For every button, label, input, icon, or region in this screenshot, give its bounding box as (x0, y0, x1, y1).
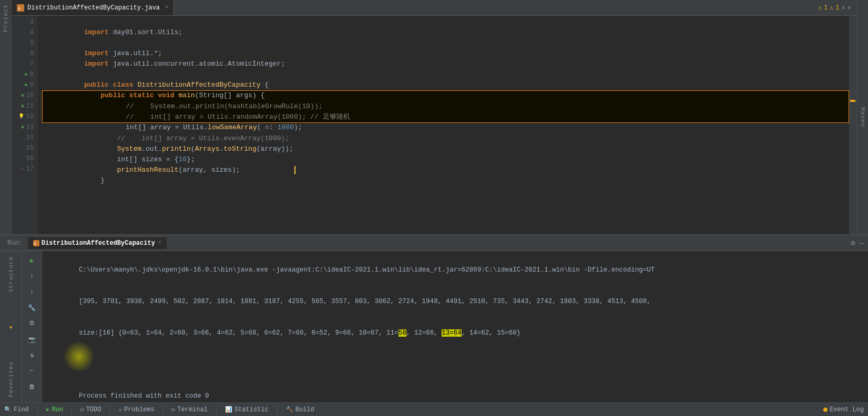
status-build[interactable]: 🔨 Build (286, 406, 314, 413)
status-problems[interactable]: ⚠ Problems (118, 406, 154, 413)
output-array-text: [395, 3701, 3938, 2499, 502, 2887, 1814,… (79, 298, 651, 305)
favorites-star[interactable]: ★ (9, 323, 13, 331)
bottom-panel: Run: J DistributionAffectedByCapacity × … (0, 234, 868, 402)
bottom-tab-run-active[interactable]: J DistributionAffectedByCapacity × (28, 237, 167, 249)
statistic-label: Statistic (234, 406, 269, 413)
run-prefix-label: Run: (4, 240, 26, 247)
status-run[interactable]: ▶ Run (46, 406, 63, 413)
line-num-11: ◉11 (21, 101, 34, 111)
warning-count: 1 (824, 4, 828, 12)
status-bar: 🔍 Find ▶ Run ☑ TODO ⚠ Problems ▷ Termina… (0, 402, 868, 416)
orange-box-group: // System.out.println(hashtableGrowRule(… (42, 90, 849, 123)
code-line-5: import java.util.*; (43, 38, 849, 48)
status-find[interactable]: 🔍 Find (4, 406, 29, 413)
output-highlight-58: 58 (399, 329, 406, 337)
nav-down-icon[interactable]: ∨ (847, 4, 851, 12)
code-line-4 (43, 27, 849, 38)
problems-label: Problems (124, 406, 155, 413)
code-line-10: // System.out.println(hashtableGrowRule(… (44, 91, 849, 101)
cursor-highlight-circle (63, 341, 95, 372)
status-divider-3 (109, 405, 110, 414)
back-button[interactable]: ← (26, 365, 38, 377)
camera-button[interactable]: 📷 (26, 333, 38, 346)
trash-button[interactable]: 🗑 (26, 380, 38, 393)
active-tab-filename: DistributionAffectedByCapacity.java (27, 4, 160, 12)
favorites-label[interactable]: Favorites (8, 359, 14, 399)
run-play-button[interactable]: ▶ (26, 254, 38, 267)
project-label[interactable]: Project (3, 4, 9, 32)
code-area: 3 4 5 6 7 ▶ 8 ▶ 9 ◉10 ◉11 💡 12 (12, 16, 856, 234)
event-dot (823, 408, 828, 412)
output-size-line: size:[16] {0=63, 1=64, 2=60, 3=66, 4=62,… (47, 317, 863, 370)
status-terminal[interactable]: ▷ Terminal (172, 406, 208, 413)
output-size-suffix: , 14=62, 15=60} (462, 329, 521, 337)
tab-close-button[interactable]: × (165, 5, 168, 11)
status-divider-6 (277, 405, 278, 414)
bottom-combined-left: Structure ★ Favorites (0, 251, 22, 402)
line-num-6: 6 (23, 48, 34, 59)
maven-label: Maven (860, 107, 866, 127)
structure-label[interactable]: Structure (8, 254, 14, 294)
sort-button[interactable]: ⇅ (26, 349, 38, 361)
bottom-panel-settings: ⚙ — (851, 238, 864, 247)
error-triangle-icon: ⚠ (830, 4, 833, 12)
warning-triangle-icon: ⚠ (818, 4, 822, 12)
output-finished-text: Process finished with exit code 0 (79, 392, 209, 400)
event-log-label: Event Log (830, 406, 864, 413)
event-log[interactable]: Event Log (823, 406, 864, 413)
run-gutter-icon-8[interactable]: ▶ (25, 69, 27, 80)
todo-icon: ☑ (80, 406, 84, 413)
terminal-label: Terminal (177, 406, 208, 413)
find-label: Find (14, 406, 29, 413)
status-todo[interactable]: ☑ TODO (80, 406, 101, 413)
status-statistic[interactable]: 📊 Statistic (225, 406, 269, 413)
line-numbers: 3 4 5 6 7 ▶ 8 ▶ 9 ◉10 ◉11 💡 12 (12, 16, 38, 234)
line-num-16: 16 (23, 153, 34, 164)
editor-content: J DistributionAffectedByCapacity.java × … (12, 0, 856, 234)
bottom-run-area: Structure ★ Favorites ▶ ↑ ↓ 🔧 ≡ 📷 ⇅ ← 🗑 … (0, 251, 868, 402)
minimize-icon[interactable]: — (860, 239, 864, 247)
run-tab-icon: J (33, 240, 39, 246)
code-line-15: int[] sizes = {16}; (43, 144, 849, 154)
maven-gutter[interactable]: Maven (856, 0, 868, 234)
code-line-17: } (43, 165, 849, 175)
status-divider-5 (216, 405, 217, 414)
line-num-13: ◉13 (21, 122, 34, 132)
line-num-5: 5 (23, 38, 34, 48)
code-line-9: public static void main(String[] args) { (43, 80, 849, 90)
structure-panel: Structure ★ Favorites (0, 251, 22, 402)
scroll-up-button[interactable]: ↑ (26, 270, 38, 283)
file-tab-active[interactable]: J DistributionAffectedByCapacity.java × (12, 0, 174, 15)
terminal-icon: ▷ (172, 406, 176, 413)
svg-text:J: J (18, 6, 21, 11)
scroll-down-button[interactable]: ↓ (26, 286, 38, 298)
code-line-13: // int[] array = Utils.evenArray(1000); (43, 123, 849, 133)
settings-gear-icon[interactable]: ⚙ (851, 238, 855, 247)
run-status-label: Run (52, 406, 63, 413)
bulb-icon-12[interactable]: 💡 (18, 111, 24, 122)
error-count: 1 (835, 4, 839, 12)
run-side-toolbar: ▶ ↑ ↓ 🔧 ≡ 📷 ⇅ ← 🗑 (22, 251, 42, 402)
output-cmd-text: C:\Users\manyh\.jdks\openjdk-16.0.1\bin\… (79, 266, 655, 274)
run-gutter-icon-9[interactable]: ▶ (25, 80, 27, 90)
statistic-icon: 📊 (225, 406, 232, 413)
line-num-14: 14 (23, 132, 34, 143)
line-num-12: 💡 12 (18, 111, 34, 122)
line-num-8: ▶ 8 (23, 69, 34, 80)
status-divider-2 (72, 405, 72, 414)
editor-tab-bar: J DistributionAffectedByCapacity.java × … (12, 0, 856, 16)
run-tab-close[interactable]: × (158, 240, 161, 246)
nav-up-icon[interactable]: ∧ (842, 4, 845, 12)
problems-icon: ⚠ (118, 406, 122, 413)
output-size-prefix: size:[16] {0=63, 1=64, 2=60, 3=66, 4=62,… (79, 329, 399, 337)
output-area[interactable]: C:\Users\manyh\.jdks\openjdk-16.0.1\bin\… (42, 251, 868, 402)
list-button[interactable]: ≡ (26, 317, 38, 330)
warning-bar: ⚠ 1 ⚠ 1 ∧ ∨ (813, 0, 856, 15)
code-editor[interactable]: import day01.sort.Utils; import java.uti… (38, 16, 849, 234)
editor-scrollbar[interactable] (849, 16, 856, 234)
line-num-7: 7 (23, 59, 34, 69)
status-divider-4 (163, 405, 164, 414)
line-num-3: 3 (23, 17, 34, 27)
wrench-button[interactable]: 🔧 (26, 301, 38, 314)
build-label: Build (295, 406, 314, 413)
